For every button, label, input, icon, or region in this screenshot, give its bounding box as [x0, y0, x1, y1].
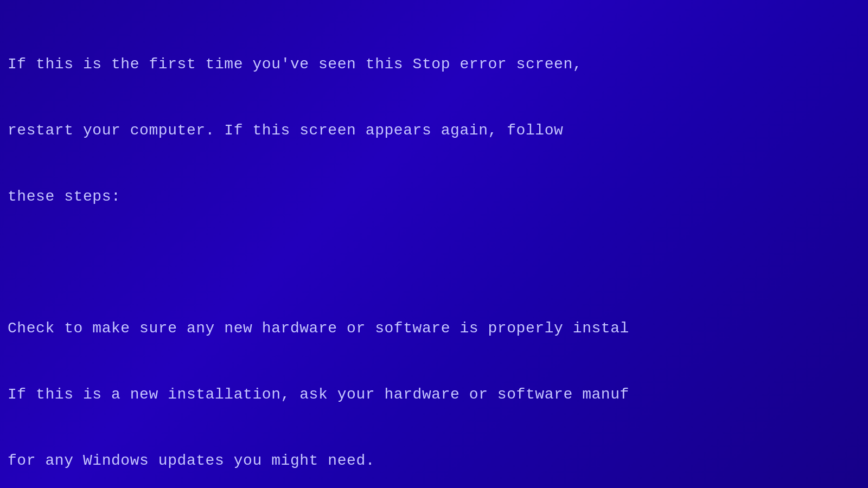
line-1: If this is the first time you've seen th…	[8, 54, 860, 76]
bsod-content: If this is the first time you've seen th…	[8, 10, 860, 488]
bsod-screen: If this is the first time you've seen th…	[0, 0, 868, 488]
line-3: these steps:	[8, 186, 860, 208]
line-4: Check to make sure any new hardware or s…	[8, 318, 860, 340]
line-2: restart your computer. If this screen ap…	[8, 120, 860, 142]
blank-1	[8, 252, 860, 274]
line-5: If this is a new installation, ask your …	[8, 384, 860, 406]
line-6: for any Windows updates you might need.	[8, 450, 860, 472]
